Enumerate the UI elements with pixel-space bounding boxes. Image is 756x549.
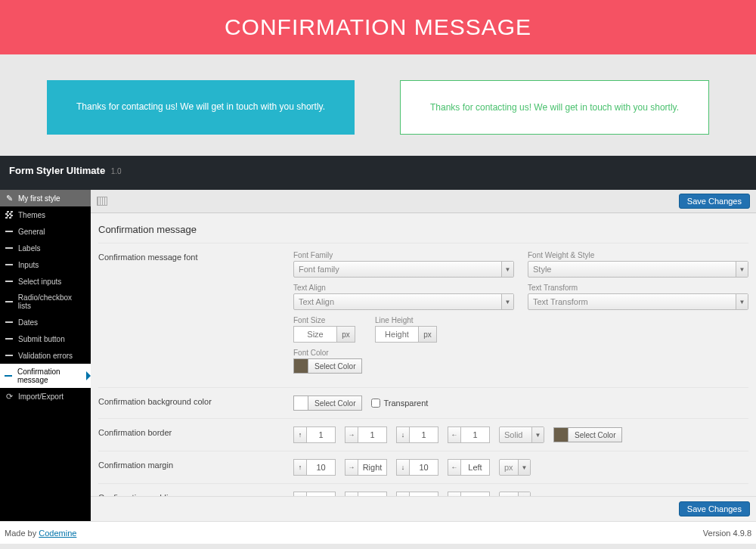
font-color-swatch[interactable]	[293, 358, 308, 374]
section-label-border: Confirmation border	[98, 426, 293, 443]
plugin-version: 1.0	[111, 167, 122, 175]
border-style-select[interactable]: Solid▼	[499, 426, 544, 443]
arrow-up-icon[interactable]: ↑	[293, 459, 307, 476]
bg-transparent-checkbox[interactable]: Transparent	[371, 399, 428, 408]
line-height-unit: px	[419, 326, 437, 343]
border-top-input[interactable]	[307, 426, 336, 443]
hero-banner: CONFIRMATION MESSAGE	[0, 0, 756, 54]
sidebar-item-submit-button[interactable]: Submit button	[0, 330, 91, 347]
version-label: Version	[703, 529, 733, 538]
font-weight-select[interactable]: Style▼	[528, 261, 748, 278]
text-transform-label: Text Transform	[528, 284, 748, 292]
border-right-input[interactable]	[358, 426, 387, 443]
dash-icon	[5, 334, 14, 343]
arrow-down-icon[interactable]: ↓	[396, 459, 410, 476]
sidebar-item-general[interactable]: General	[0, 223, 91, 240]
font-family-select[interactable]: Font family▼	[293, 261, 514, 278]
text-align-label: Text Align	[293, 284, 514, 292]
sidebar-item-themes[interactable]: Themes	[0, 206, 91, 223]
sidebar-item-label: Radio/checkbox lists	[18, 293, 86, 310]
sidebar-item-label: Labels	[18, 244, 40, 253]
font-size-unit: px	[337, 326, 355, 343]
margin-left-input[interactable]	[461, 459, 490, 476]
sidebar-item-label: My first style	[18, 194, 60, 203]
chevron-down-icon: ▼	[736, 294, 748, 309]
font-size-label: Font Size	[293, 316, 361, 324]
sidebar-item-radio-checkbox[interactable]: Radio/checkbox lists	[0, 290, 91, 314]
chevron-down-icon: ▼	[501, 262, 513, 277]
margin-bottom-input[interactable]	[410, 459, 438, 476]
footer: Made by Codemine Version 4.9.8	[0, 521, 756, 544]
grid-icon	[5, 210, 14, 219]
dash-icon	[5, 277, 14, 286]
toolbar: Save Changes	[91, 190, 756, 213]
text-align-select[interactable]: Text Align▼	[293, 293, 514, 310]
bg-color-button[interactable]: Select Color	[308, 395, 362, 411]
border-bottom-input[interactable]	[410, 426, 438, 443]
border-color-button[interactable]: Select Color	[569, 427, 622, 442]
line-height-input[interactable]	[375, 326, 419, 343]
sidebar-item-import-export[interactable]: Import/Export	[0, 388, 91, 405]
sidebar: My first style Themes General Labels Inp…	[0, 190, 91, 521]
arrow-left-icon[interactable]: ←	[448, 426, 461, 443]
preview-filled: Thanks for contacting us! We will get in…	[47, 80, 355, 135]
font-weight-label: Font Weight & Style	[528, 251, 748, 259]
sidebar-item-label: Validation errors	[18, 352, 73, 360]
sidebar-item-label: Dates	[18, 318, 38, 327]
sidebar-item-label: Inputs	[18, 261, 39, 269]
dash-icon	[5, 318, 14, 327]
border-left-input[interactable]	[461, 426, 490, 443]
refresh-icon	[5, 392, 14, 401]
chevron-down-icon: ▼	[518, 460, 530, 475]
padding-unit-select[interactable]: px▼	[499, 492, 531, 496]
sidebar-item-select-inputs[interactable]: Select inputs	[0, 273, 91, 290]
sidebar-item-inputs[interactable]: Inputs	[0, 256, 91, 273]
section-label-margin: Confirmation margin	[98, 459, 293, 476]
chevron-down-icon: ▼	[531, 427, 544, 442]
arrow-down-icon[interactable]: ↓	[396, 426, 410, 443]
sidebar-item-dates[interactable]: Dates	[0, 314, 91, 330]
preview-outlined: Thanks for contacting us! We will get in…	[400, 80, 709, 135]
plugin-name: Form Styler Ultimate	[9, 165, 105, 176]
preview-row: Thanks for contacting us! We will get in…	[0, 54, 756, 156]
border-color-swatch[interactable]	[553, 427, 569, 442]
sidebar-item-confirmation-message[interactable]: Confirmation message	[0, 364, 91, 388]
arrow-right-icon[interactable]: →	[345, 459, 358, 476]
chevron-down-icon: ▼	[518, 492, 530, 496]
save-button-bottom[interactable]: Save Changes	[679, 501, 750, 516]
sidebar-item-label: Import/Export	[18, 392, 64, 401]
made-by-link[interactable]: Codemine	[39, 529, 76, 538]
font-size-input[interactable]	[293, 326, 337, 343]
dash-icon	[5, 260, 14, 269]
chevron-down-icon: ▼	[736, 262, 748, 277]
font-family-label: Font Family	[293, 251, 514, 259]
bottom-bar: Save Changes	[91, 496, 756, 521]
section-label-font: Confirmation message font	[98, 251, 293, 380]
sidebar-item-validation-errors[interactable]: Validation errors	[0, 347, 91, 364]
sidebar-item-label: Submit button	[18, 335, 65, 343]
bg-color-swatch[interactable]	[293, 395, 308, 411]
sidebar-item-labels[interactable]: Labels	[0, 240, 91, 256]
plugin-title-bar: Form Styler Ultimate 1.0	[0, 156, 756, 190]
toolbar-grip-icon[interactable]	[97, 197, 107, 206]
font-color-label: Font Color	[293, 349, 748, 357]
chevron-down-icon: ▼	[501, 294, 513, 309]
sidebar-item-label: General	[18, 228, 45, 236]
sidebar-item-label: Confirmation message	[17, 368, 86, 384]
panel-title: Confirmation message	[98, 219, 748, 243]
dash-icon	[5, 371, 13, 380]
hero-title: CONFIRMATION MESSAGE	[225, 14, 531, 40]
dash-icon	[5, 227, 14, 236]
margin-top-input[interactable]	[307, 459, 336, 476]
save-button[interactable]: Save Changes	[679, 194, 750, 209]
arrow-left-icon[interactable]: ←	[448, 459, 461, 476]
text-transform-select[interactable]: Text Transform▼	[528, 293, 748, 310]
sidebar-item-my-first-style[interactable]: My first style	[0, 190, 91, 206]
margin-unit-select[interactable]: px▼	[499, 459, 531, 476]
arrow-up-icon[interactable]: ↑	[293, 426, 307, 443]
dash-icon	[5, 351, 14, 360]
font-color-button[interactable]: Select Color	[308, 358, 362, 374]
margin-right-input[interactable]	[358, 459, 387, 476]
dash-icon	[5, 243, 14, 253]
arrow-right-icon[interactable]: →	[345, 426, 358, 443]
